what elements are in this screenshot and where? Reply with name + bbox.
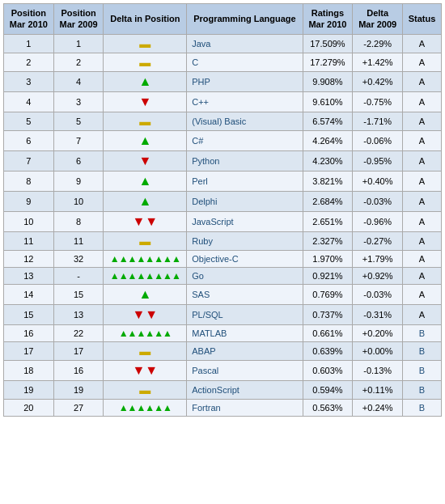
cell-lang: C — [187, 53, 303, 71]
cell-pos-2009: 22 — [53, 324, 104, 341]
header-rating: RatingsMar 2010 — [303, 4, 353, 35]
cell-pos-2010: 15 — [4, 304, 54, 324]
cell-status: A — [403, 250, 442, 267]
cell-lang: Pascal — [187, 360, 303, 380]
cell-rating: 0.563% — [303, 399, 353, 416]
cell-delta-rating: -0.06% — [353, 130, 403, 150]
rankings-table: PositionMar 2010 PositionMar 2009 Delta … — [3, 3, 442, 417]
cell-delta-rating: +0.42% — [353, 71, 403, 91]
cell-rating: 4.230% — [303, 150, 353, 171]
table-row: 12 32 ▲▲▲▲▲▲▲▲ Objective-C 1.970% +1.79%… — [4, 250, 442, 267]
delta-icon: ▼▼ — [133, 214, 159, 228]
cell-pos-2010: 14 — [4, 284, 54, 304]
delta-icon: ▲ — [138, 174, 151, 188]
cell-pos-2010: 3 — [4, 71, 54, 91]
cell-delta-rating: +0.40% — [353, 171, 403, 191]
cell-delta: ▼ — [104, 91, 187, 112]
cell-status: A — [403, 191, 442, 211]
cell-rating: 4.264% — [303, 130, 353, 150]
cell-pos-2010: 7 — [4, 150, 54, 171]
delta-icon: ▬ — [139, 115, 150, 128]
cell-lang: JavaScript — [187, 211, 303, 231]
header-delta-pos: Delta in Position — [104, 4, 187, 35]
table-row: 17 17 ▬ ABAP 0.639% +0.00% B — [4, 341, 442, 360]
cell-status: B — [403, 399, 442, 416]
cell-rating: 0.921% — [303, 267, 353, 284]
cell-status: B — [403, 324, 442, 341]
cell-pos-2009: 5 — [53, 112, 104, 130]
cell-pos-2010: 13 — [4, 267, 54, 284]
cell-lang: C++ — [187, 91, 303, 112]
delta-icon: ▲ — [138, 133, 151, 147]
cell-delta-rating: +1.79% — [353, 250, 403, 267]
cell-pos-2009: 8 — [53, 211, 104, 231]
cell-lang: ActionScript — [187, 380, 303, 399]
cell-delta-rating: +0.24% — [353, 399, 403, 416]
delta-icon: ▬ — [139, 56, 150, 69]
table-row: 18 16 ▼▼ Pascal 0.603% -0.13% B — [4, 360, 442, 380]
cell-status: A — [403, 91, 442, 112]
table-row: 2 2 ▬ C 17.279% +1.42% A — [4, 53, 442, 71]
table-row: 6 7 ▲ C# 4.264% -0.06% A — [4, 130, 442, 150]
cell-rating: 2.651% — [303, 211, 353, 231]
delta-icon: ▲▲▲▲▲▲▲▲ — [110, 270, 180, 282]
cell-delta-rating: -0.31% — [353, 304, 403, 324]
cell-delta: ▬ — [104, 380, 187, 399]
cell-pos-2009: - — [53, 267, 104, 284]
cell-pos-2009: 7 — [53, 130, 104, 150]
delta-icon: ▬ — [139, 345, 150, 358]
cell-lang: MATLAB — [187, 324, 303, 341]
cell-pos-2009: 10 — [53, 191, 104, 211]
cell-status: A — [403, 71, 442, 91]
cell-delta: ▲▲▲▲▲▲▲▲ — [104, 250, 187, 267]
cell-delta: ▲ — [104, 130, 187, 150]
cell-rating: 0.594% — [303, 380, 353, 399]
cell-delta-rating: -0.75% — [353, 91, 403, 112]
cell-rating: 2.684% — [303, 191, 353, 211]
delta-icon: ▲ — [138, 194, 151, 208]
delta-icon: ▲▲▲▲▲▲ — [119, 328, 172, 339]
cell-pos-2009: 3 — [53, 91, 104, 112]
cell-status: B — [403, 360, 442, 380]
cell-pos-2010: 11 — [4, 231, 54, 250]
table-row: 8 9 ▲ Perl 3.821% +0.40% A — [4, 171, 442, 191]
delta-icon: ▬ — [139, 37, 150, 50]
delta-icon: ▬ — [139, 383, 150, 396]
cell-lang: PL/SQL — [187, 304, 303, 324]
cell-delta-rating: +0.20% — [353, 324, 403, 341]
cell-status: A — [403, 171, 442, 191]
cell-pos-2010: 9 — [4, 191, 54, 211]
delta-icon: ▼ — [138, 95, 151, 108]
cell-lang: Delphi — [187, 191, 303, 211]
cell-rating: 17.279% — [303, 53, 353, 71]
cell-delta-rating: +0.00% — [353, 341, 403, 360]
cell-delta: ▬ — [104, 53, 187, 71]
cell-status: B — [403, 341, 442, 360]
cell-lang: Fortran — [187, 399, 303, 416]
cell-pos-2009: 13 — [53, 304, 104, 324]
cell-rating: 1.970% — [303, 250, 353, 267]
delta-icon: ▲▲▲▲▲▲▲▲ — [110, 253, 180, 265]
cell-pos-2009: 17 — [53, 341, 104, 360]
delta-icon: ▲▲▲▲▲▲ — [119, 402, 172, 413]
cell-delta: ▲ — [104, 191, 187, 211]
cell-pos-2010: 18 — [4, 360, 54, 380]
cell-lang: SAS — [187, 284, 303, 304]
cell-pos-2010: 6 — [4, 130, 54, 150]
cell-delta: ▲▲▲▲▲▲▲▲ — [104, 267, 187, 284]
cell-delta: ▲ — [104, 284, 187, 304]
cell-lang: Python — [187, 150, 303, 171]
cell-delta-rating: -0.27% — [353, 231, 403, 250]
cell-rating: 0.661% — [303, 324, 353, 341]
cell-rating: 2.327% — [303, 231, 353, 250]
delta-icon: ▼ — [138, 154, 151, 167]
cell-delta: ▬ — [104, 341, 187, 360]
cell-rating: 9.610% — [303, 91, 353, 112]
cell-lang: (Visual) Basic — [187, 112, 303, 130]
cell-delta: ▼▼ — [104, 360, 187, 380]
cell-pos-2010: 20 — [4, 399, 54, 416]
cell-pos-2010: 10 — [4, 211, 54, 231]
cell-delta-rating: -0.13% — [353, 360, 403, 380]
table-row: 10 8 ▼▼ JavaScript 2.651% -0.96% A — [4, 211, 442, 231]
cell-pos-2009: 11 — [53, 231, 104, 250]
